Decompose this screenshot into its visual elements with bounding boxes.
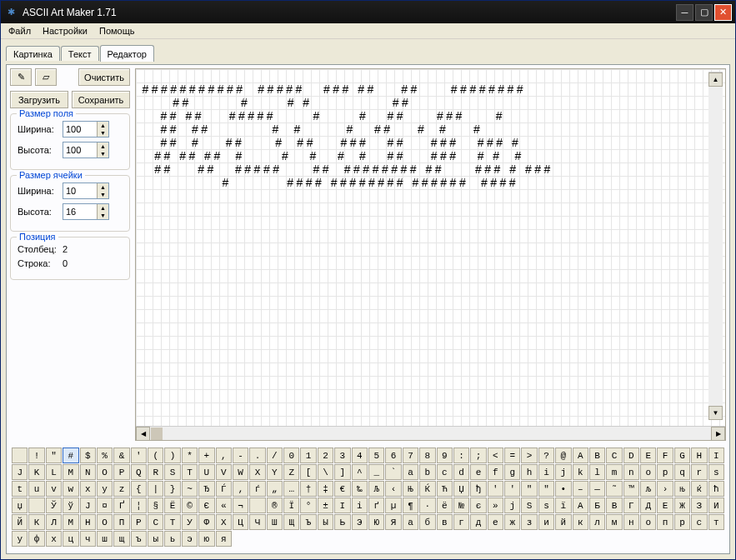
palette-key[interactable]: " [521, 481, 537, 497]
tab-editor[interactable]: Редактор [100, 45, 154, 62]
palette-key[interactable]: ¦ [131, 498, 147, 513]
palette-key[interactable]: i [538, 464, 554, 480]
palette-key[interactable]: О [97, 514, 113, 530]
palette-key[interactable]: ‰ [352, 481, 368, 497]
palette-key[interactable]: 0 [283, 448, 299, 463]
spin-up-icon[interactable]: ▲ [98, 122, 108, 129]
palette-key[interactable]: Ч [249, 514, 265, 530]
palette-key[interactable]: 7 [403, 448, 418, 463]
tab-picture[interactable]: Картинка [6, 46, 60, 61]
palette-key[interactable]: N [80, 464, 96, 480]
palette-key[interactable]: ё [437, 498, 453, 513]
palette-key[interactable]: а [403, 514, 418, 530]
palette-key[interactable]: " [538, 481, 554, 497]
pencil-tool[interactable]: ✎ [10, 68, 32, 86]
palette-key[interactable]: в [437, 514, 453, 530]
palette-key[interactable]: n [623, 464, 639, 480]
palette-key[interactable]: # [63, 448, 78, 463]
palette-key[interactable]: q [674, 464, 690, 480]
palette-key[interactable]: b [419, 464, 435, 480]
cellsize-width-value[interactable] [63, 183, 97, 198]
cellsize-width-input[interactable]: ▲▼ [63, 182, 109, 199]
palette-key[interactable]: ц [63, 531, 78, 547]
palette-key[interactable]: L [46, 464, 62, 480]
palette-key[interactable]: T [182, 464, 198, 480]
palette-key[interactable]: 2 [318, 448, 333, 463]
palette-key[interactable]: ( [148, 448, 163, 463]
palette-key[interactable]: ш [97, 531, 113, 547]
spin-up-icon[interactable]: ▲ [98, 183, 108, 191]
palette-key[interactable]: Q [131, 464, 147, 480]
vertical-scrollbar[interactable]: ▲ ▼ [708, 72, 723, 420]
palette-key[interactable] [28, 498, 44, 513]
palette-key[interactable]: 6 [385, 448, 401, 463]
horizontal-scrollbar[interactable]: ◀ ▶ [136, 426, 725, 440]
palette-key[interactable]: Р [131, 514, 147, 530]
palette-key[interactable]: ь [164, 531, 180, 547]
palette-key[interactable]: В [606, 498, 622, 513]
palette-key[interactable]: ъ [131, 531, 147, 547]
spin-down-icon[interactable]: ▼ [98, 191, 108, 198]
palette-key[interactable]: ђ [470, 481, 486, 497]
palette-key[interactable]: ] [334, 464, 350, 480]
palette-key[interactable]: ћ [708, 481, 724, 497]
palette-key[interactable]: x [80, 481, 96, 497]
palette-key[interactable]: м [606, 514, 622, 530]
palette-key[interactable]: | [148, 481, 163, 497]
spin-up-icon[interactable]: ▲ [98, 142, 108, 150]
palette-key[interactable]: ј [504, 498, 520, 513]
palette-key[interactable]: И [708, 498, 724, 513]
palette-key[interactable]: R [148, 464, 163, 480]
ascii-canvas[interactable]: ########### ##### ### ## ## ######## ## … [136, 69, 725, 426]
spin-down-icon[interactable]: ▼ [98, 129, 108, 137]
palette-key[interactable]: Z [283, 464, 299, 480]
palette-key[interactable]: Џ [453, 481, 469, 497]
palette-key[interactable]: ° [300, 498, 316, 513]
close-button[interactable]: ✕ [714, 4, 732, 21]
fieldsize-width-value[interactable] [63, 122, 97, 137]
palette-key[interactable]: Ў [46, 498, 62, 513]
palette-key[interactable]: Ю [368, 514, 384, 530]
palette-key[interactable]: Г [623, 498, 639, 513]
palette-key[interactable]: ) [164, 448, 180, 463]
palette-key[interactable]: Ф [198, 514, 214, 530]
palette-key[interactable]: I [708, 448, 724, 463]
palette-key[interactable]: ® [267, 498, 283, 513]
palette-key[interactable]: д [470, 514, 486, 530]
palette-key[interactable]: ; [470, 448, 486, 463]
palette-key[interactable]: п [657, 514, 673, 530]
load-button[interactable]: Загрузить [10, 91, 68, 108]
palette-key[interactable]: Л [46, 514, 62, 530]
tab-text[interactable]: Текст [61, 46, 99, 61]
palette-key[interactable]: Ж [674, 498, 690, 513]
palette-key[interactable]: • [555, 481, 571, 497]
palette-key[interactable]: С [148, 514, 163, 530]
palette-key[interactable]: ˜ [606, 481, 622, 497]
palette-key[interactable]: µ [385, 498, 401, 513]
palette-key[interactable]: ї [555, 498, 571, 513]
menu-help[interactable]: Помощь [93, 24, 141, 38]
palette-key[interactable]: H [691, 448, 707, 463]
palette-key[interactable]: ґ [368, 498, 384, 513]
palette-key[interactable]: з [521, 514, 537, 530]
palette-key[interactable]: F [657, 448, 673, 463]
palette-key[interactable]: і [352, 498, 368, 513]
palette-key[interactable]: J [12, 464, 28, 480]
palette-key[interactable]: Ј [80, 498, 96, 513]
palette-key[interactable]: % [97, 448, 113, 463]
palette-key[interactable]: І [334, 498, 350, 513]
palette-key[interactable]: } [164, 481, 180, 497]
palette-key[interactable]: Й [12, 514, 28, 530]
palette-key[interactable]: G [674, 448, 690, 463]
palette-key[interactable]: · [419, 498, 435, 513]
palette-key[interactable]: А [573, 498, 588, 513]
palette-key[interactable]: К [28, 514, 44, 530]
palette-key[interactable]: № [453, 498, 469, 513]
palette-key[interactable]: t [12, 481, 28, 497]
palette-key[interactable]: d [453, 464, 469, 480]
palette-key[interactable]: Ї [283, 498, 299, 513]
fieldsize-height-input[interactable]: ▲▼ [63, 142, 109, 158]
palette-key[interactable]: к [573, 514, 588, 530]
palette-key[interactable]: Ѓ [216, 481, 232, 497]
palette-key[interactable]: о [640, 514, 656, 530]
